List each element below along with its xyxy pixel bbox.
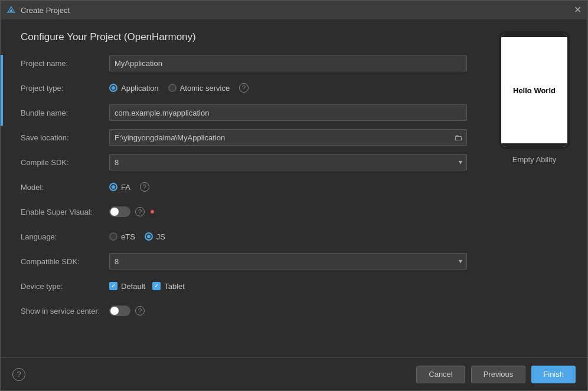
project-type-label: Project type: [21, 84, 109, 93]
default-checkbox-box: ✓ [109, 282, 117, 290]
compatible-sdk-label: Compatible SDK: [21, 257, 109, 266]
enable-super-visual-group: ? [109, 206, 154, 217]
accent-bar [1, 55, 3, 126]
enable-super-visual-toggle[interactable] [109, 206, 130, 217]
title-bar: Create Project ✕ [1, 1, 587, 19]
js-radio-circle [145, 232, 153, 241]
atomic-service-radio-circle [168, 84, 177, 92]
model-group: FA ? [109, 182, 467, 192]
cancel-button[interactable]: Cancel [416, 366, 465, 383]
enable-super-visual-label: Enable Super Visual: [21, 208, 109, 216]
tablet-checkbox-box: ✓ [152, 282, 161, 290]
ets-radio[interactable]: eTS [109, 232, 135, 241]
project-type-help-icon[interactable]: ? [239, 83, 249, 93]
compatible-sdk-select[interactable]: 8 [109, 253, 467, 270]
application-radio-circle [109, 84, 117, 92]
project-name-input[interactable] [109, 55, 467, 71]
preview-label: Empty Ability [512, 155, 556, 164]
model-label: Model: [21, 183, 109, 192]
default-checkbox[interactable]: ✓ Default [109, 282, 145, 291]
show-in-service-group: ? [109, 305, 145, 316]
atomic-service-radio[interactable]: Atomic service [168, 84, 230, 93]
super-visual-red-dot [151, 210, 154, 213]
bottom-help-icon[interactable]: ? [12, 368, 25, 381]
compile-sdk-select[interactable]: 8 [109, 154, 467, 170]
bottom-bar: ? Cancel Previous Finish [1, 357, 587, 390]
device-type-group: ✓ Default ✓ Tablet [109, 282, 467, 291]
main-content: Configure Your Project (OpenHarmony) Pro… [6, 19, 481, 357]
js-label: JS [156, 232, 165, 241]
window-title: Create Project [21, 6, 70, 15]
project-type-row: Project type: Application Atomic service… [21, 80, 467, 96]
folder-icon[interactable]: 🗀 [454, 133, 462, 142]
bottom-buttons: Cancel Previous Finish [416, 366, 576, 383]
left-strip [1, 19, 6, 357]
toggle-knob [110, 208, 119, 216]
ets-radio-circle [109, 232, 117, 241]
compatible-sdk-row: Compatible SDK: 8 ▾ [21, 253, 467, 270]
tablet-checkbox[interactable]: ✓ Tablet [152, 282, 185, 291]
show-in-service-toggle[interactable] [109, 305, 130, 316]
application-radio[interactable]: Application [109, 84, 159, 93]
fa-radio-circle [109, 183, 117, 191]
model-help-icon[interactable]: ? [140, 182, 149, 192]
fa-radio[interactable]: FA [109, 183, 130, 192]
finish-button[interactable]: Finish [531, 366, 576, 383]
language-group: eTS JS [109, 232, 467, 241]
bundle-name-row: Bundle name: [21, 104, 467, 121]
service-toggle-knob [110, 307, 119, 315]
tablet-check-icon: ✓ [154, 283, 159, 289]
device-type-label: Device type: [21, 282, 109, 291]
show-in-service-label: Show in service center: [21, 307, 109, 316]
project-name-label: Project name: [21, 59, 109, 68]
compile-sdk-label: Compile SDK: [21, 158, 109, 167]
preview-panel: Hello World Empty Ability [481, 19, 587, 357]
title-bar-left: Create Project [6, 5, 70, 15]
dialog-title: Configure Your Project (OpenHarmony) [21, 31, 467, 43]
save-location-input[interactable] [109, 129, 467, 146]
language-label: Language: [21, 232, 109, 241]
compile-sdk-row: Compile SDK: 8 ▾ [21, 154, 467, 170]
content-area: Configure Your Project (OpenHarmony) Pro… [1, 19, 587, 357]
hello-world-text: Hello World [513, 86, 556, 95]
project-type-group: Application Atomic service ? [109, 83, 467, 93]
super-visual-help-icon[interactable]: ? [135, 207, 145, 216]
close-button[interactable]: ✕ [574, 5, 582, 15]
save-location-label: Save location: [21, 133, 109, 142]
form-area: Project name: Project type: Application [21, 55, 467, 357]
bundle-name-label: Bundle name: [21, 109, 109, 117]
default-check-icon: ✓ [111, 283, 116, 289]
ets-label: eTS [121, 232, 135, 241]
save-location-wrapper: 🗀 [109, 129, 467, 146]
device-type-row: Device type: ✓ Default ✓ Table [21, 278, 467, 294]
js-radio[interactable]: JS [145, 232, 165, 241]
previous-button[interactable]: Previous [471, 366, 526, 383]
enable-super-visual-row: Enable Super Visual: ? [21, 203, 467, 220]
phone-preview: Hello World [499, 31, 570, 149]
project-name-row: Project name: [21, 55, 467, 71]
tablet-label: Tablet [164, 282, 185, 291]
compatible-sdk-wrapper: 8 ▾ [109, 253, 467, 270]
model-row: Model: FA ? [21, 179, 467, 195]
show-in-service-row: Show in service center: ? [21, 303, 467, 319]
language-row: Language: eTS JS [21, 228, 467, 245]
show-in-service-help-icon[interactable]: ? [135, 306, 145, 316]
app-icon [6, 5, 16, 15]
compile-sdk-wrapper: 8 ▾ [109, 154, 467, 170]
save-location-row: Save location: 🗀 [21, 129, 467, 146]
default-label: Default [121, 282, 145, 291]
fa-label: FA [121, 183, 130, 192]
create-project-window: Create Project ✕ Configure Your Project … [0, 0, 588, 391]
bundle-name-input[interactable] [109, 104, 467, 121]
application-label: Application [121, 84, 159, 93]
atomic-service-label: Atomic service [180, 84, 230, 93]
